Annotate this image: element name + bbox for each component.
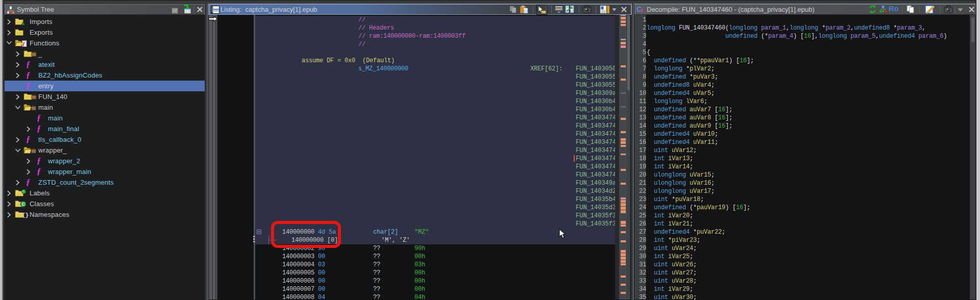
svg-text:C: C [22, 202, 26, 207]
